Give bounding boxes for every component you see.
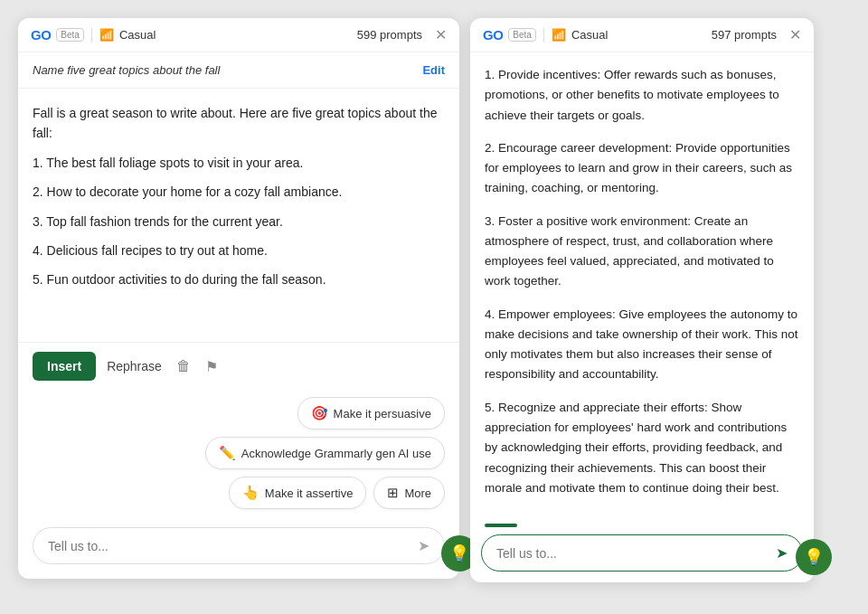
response-intro: Fall is a great season to write about. H… — [33, 103, 445, 144]
response-item-5: 5. Fun outdoor activities to do during t… — [33, 269, 445, 289]
beta-badge-left: Beta — [56, 28, 84, 42]
scroll-indicator — [485, 524, 517, 527]
right-item-3: 3. Foster a positive work environment: C… — [485, 212, 799, 292]
persuasive-icon: 🎯 — [311, 405, 328, 421]
more-label: More — [404, 486, 431, 500]
right-item-1: 1. Provide incentives: Offer rewards suc… — [485, 65, 799, 126]
signal-icon-left: 📶 — [99, 28, 114, 42]
prompt-text-left: Name five great topics about the fall — [33, 63, 415, 77]
signal-icon-right: 📶 — [552, 28, 566, 42]
response-item-1: 1. The best fall foliage spots to visit … — [33, 153, 445, 173]
response-item-3: 3. Top fall fashion trends for the curre… — [33, 212, 445, 231]
tell-us-input-left[interactable] — [48, 539, 410, 553]
make-it-assertive-button[interactable]: 👆 Make it assertive — [229, 477, 367, 509]
tell-us-bar-left: ➤ — [33, 527, 445, 564]
response-content-left: Fall is a great season to write about. H… — [18, 89, 459, 342]
prompt-count-left: 599 prompts — [357, 28, 422, 42]
bulb-button-right[interactable]: 💡 — [796, 539, 832, 575]
beta-badge-right: Beta — [508, 28, 536, 42]
prompt-count-right: 597 prompts — [712, 28, 777, 42]
edit-button-left[interactable]: Edit — [422, 63, 445, 77]
close-button-right[interactable]: ✕ — [789, 28, 801, 43]
insert-button[interactable]: Insert — [33, 352, 96, 381]
action-bar-left: Insert Rephrase 🗑 ⚑ — [18, 342, 459, 390]
tone-label-left: Casual — [119, 28, 156, 42]
suggestions-area: 🎯 Make it persuasive ✏️ Acknowledge Gram… — [18, 390, 459, 520]
header-divider-left — [91, 28, 92, 43]
right-item-5: 5. Recognize and appreciate their effort… — [485, 398, 799, 498]
grid-icon: ⊞ — [387, 485, 399, 501]
left-header: GO Beta 📶 Casual 599 prompts ✕ — [18, 18, 459, 52]
response-text-left: Fall is a great season to write about. H… — [33, 103, 445, 290]
tell-us-bar-right: ➤ — [481, 534, 803, 571]
right-content-area: 1. Provide incentives: Offer rewards suc… — [470, 52, 814, 524]
right-item-2: 2. Encourage career development: Provide… — [485, 138, 799, 199]
tell-us-input-right[interactable] — [496, 546, 769, 561]
delete-icon[interactable]: 🗑 — [173, 354, 194, 378]
assertive-label: Make it assertive — [265, 486, 354, 500]
right-panel: GO Beta 📶 Casual 597 prompts ✕ 1. Provid… — [470, 18, 814, 582]
left-panel: GO Beta 📶 Casual 599 prompts ✕ Name five… — [18, 18, 459, 579]
prompt-bar-left: Name five great topics about the fall Ed… — [18, 52, 459, 89]
more-button[interactable]: ⊞ More — [373, 477, 445, 509]
acknowledge-ai-button[interactable]: ✏️ Acknowledge Grammarly gen AI use — [205, 437, 445, 469]
tone-label-right: Casual — [571, 28, 608, 42]
close-button-left[interactable]: ✕ — [435, 28, 447, 43]
rephrase-button[interactable]: Rephrase — [103, 352, 165, 381]
go-logo-right: GO — [483, 27, 503, 43]
persuasive-label: Make it persuasive — [334, 407, 431, 420]
make-it-persuasive-button[interactable]: 🎯 Make it persuasive — [297, 397, 445, 430]
send-button-left[interactable]: ➤ — [418, 537, 429, 554]
right-header: GO Beta 📶 Casual 597 prompts ✕ — [470, 18, 814, 52]
header-divider-right — [543, 28, 544, 43]
flag-icon[interactable]: ⚑ — [202, 354, 222, 379]
send-button-right[interactable]: ➤ — [776, 544, 788, 562]
response-item-2: 2. How to decorate your home for a cozy … — [33, 182, 445, 202]
assertive-icon: 👆 — [242, 485, 259, 501]
ai-icon: ✏️ — [219, 445, 236, 461]
response-item-4: 4. Delicious fall recipes to try out at … — [33, 241, 445, 260]
acknowledge-label: Acknowledge Grammarly gen AI use — [241, 447, 431, 460]
go-logo-left: GO — [31, 27, 51, 43]
right-item-4: 4. Empower employees: Give employees the… — [485, 305, 799, 385]
